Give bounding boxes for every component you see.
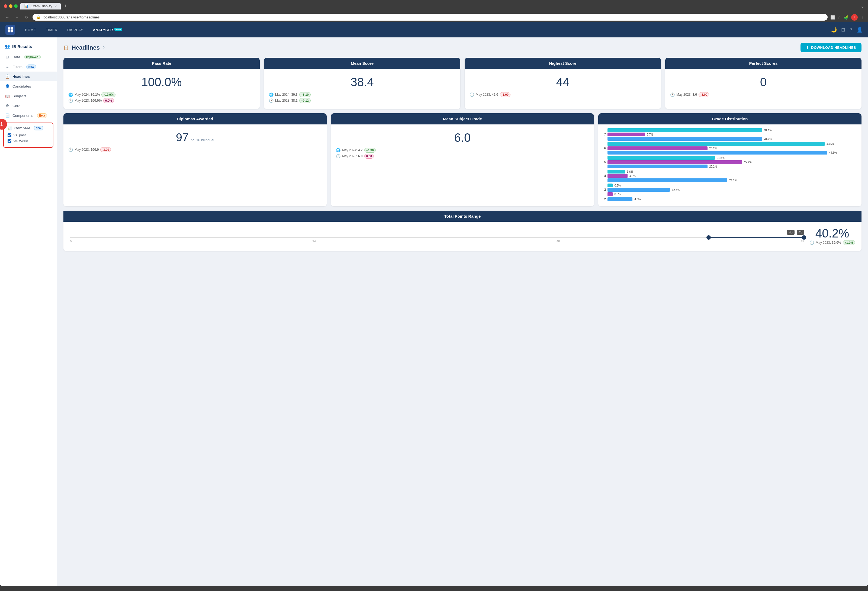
account-icon[interactable]: 👤 xyxy=(857,27,862,33)
close-dot[interactable] xyxy=(4,4,7,8)
tab-close-button[interactable]: ✕ xyxy=(54,4,57,8)
analyser-badge: New xyxy=(114,28,122,31)
sidebar-item-core[interactable]: ⚙ Core xyxy=(0,101,57,111)
bar-label: 0.5% xyxy=(614,184,621,187)
svg-rect-0 xyxy=(8,27,10,30)
highest-score-header: Highest Score xyxy=(465,58,661,69)
bar-purple-wrap: 7.7% xyxy=(608,133,857,136)
page-title-row: 📋 Headlines ? xyxy=(63,44,105,51)
grade-row-4: 4 3.6% 4.0% xyxy=(602,170,857,182)
grade-3-label: 3 xyxy=(602,188,606,192)
data-badge: Improved xyxy=(24,55,41,59)
theme-icon[interactable]: 🌙 xyxy=(831,27,837,33)
compare-badge: New xyxy=(34,126,44,130)
back-button[interactable]: ← xyxy=(4,14,11,21)
grade-6-bars: 43.5% 20.2% 44.3% xyxy=(608,142,857,155)
vs-world-checkbox[interactable] xyxy=(7,139,11,143)
bar-label: 44.3% xyxy=(829,151,837,154)
bar-cyan-wrap: 0.5% xyxy=(608,183,857,187)
download-headlines-button[interactable]: ⬇ DOWNLOAD HEADLINES xyxy=(800,43,862,52)
comp-label: May 2023: 38.2 xyxy=(275,99,298,102)
nav-display[interactable]: DISPLAY xyxy=(63,26,87,34)
delta-badge: -3.00 xyxy=(698,92,709,97)
nav-right-icons: 🌙 ⊡ ? 👤 xyxy=(831,27,862,33)
compare-vs-past[interactable]: vs. past xyxy=(7,133,49,137)
user-avatar[interactable]: F xyxy=(851,14,858,21)
sidebar-item-candidates[interactable]: 👤 Candidates xyxy=(0,81,57,91)
bar-purple xyxy=(608,146,707,150)
app-body: 👥 IB Results ⊟ Data Improved ≡ Filters N… xyxy=(0,37,868,586)
nav-timer[interactable]: TIMER xyxy=(41,26,62,34)
menu-icon[interactable]: ⋮ xyxy=(861,15,864,19)
perfect-scores-body: 0 🕐 May 2023: 3.0 -3.00 xyxy=(665,69,862,103)
globe-icon: 🌐 xyxy=(269,92,273,97)
bar-label: 20.2% xyxy=(709,147,717,150)
compare-vs-world[interactable]: vs. World xyxy=(7,139,49,143)
diplomas-comp1: 🕐 May 2023: 100.0 -3.00 xyxy=(68,147,322,152)
comp-label: May 2024: 4.7 xyxy=(342,148,363,152)
bar-purple xyxy=(608,192,613,196)
perfect-scores-comp1: 🕐 May 2023: 3.0 -3.00 xyxy=(670,92,857,97)
total-points-card: Total Points Range 40 45 xyxy=(63,211,862,251)
total-points-header: Total Points Range xyxy=(63,211,862,222)
vs-past-checkbox[interactable] xyxy=(7,133,11,137)
reload-button[interactable]: ↻ xyxy=(23,14,30,21)
axis-24: 24 xyxy=(313,240,316,243)
grade-row-5: 5 21.5% 27.2% xyxy=(602,156,857,168)
compare-header: 📊 Compare New xyxy=(7,126,49,130)
nav-analyser[interactable]: ANALYSERNew xyxy=(89,26,127,34)
delta-badge: 0.00 xyxy=(364,154,374,159)
delta-badge: +8.10 xyxy=(299,92,311,97)
active-tab[interactable]: 📊 Exam Display ✕ xyxy=(20,3,61,9)
cast-icon[interactable]: ⬜ xyxy=(830,15,835,19)
clock-icon: 🕐 xyxy=(809,241,814,245)
extension-icon[interactable]: 🧩 xyxy=(844,15,849,19)
mean-score-body: 38.4 🌐 May 2024: 30.3 +8.10 🕐 May 2023: … xyxy=(264,69,460,109)
sidebar-item-data[interactable]: ⊟ Data Improved xyxy=(0,52,57,62)
bookmark-icon[interactable]: ☆ xyxy=(838,15,841,19)
vs-world-label: vs. World xyxy=(13,139,28,143)
delta-badge: -1.00 xyxy=(500,92,511,97)
bar-cyan-wrap: 21.5% xyxy=(608,156,857,160)
mean-subject-grade-body: 6.0 🌐 May 2024: 4.7 +1.30 🕐 May 2023: 6.… xyxy=(331,124,594,164)
sidebar-item-subjects[interactable]: 📖 Subjects xyxy=(0,91,57,101)
pass-rate-header: Pass Rate xyxy=(63,58,260,69)
delta-badge: -3.00 xyxy=(100,147,111,152)
window-controls xyxy=(4,4,18,8)
nav-home[interactable]: HOME xyxy=(21,26,40,34)
help-icon[interactable]: ? xyxy=(850,27,852,33)
grade-6-label: 6 xyxy=(602,146,606,150)
sidebar-item-filters[interactable]: ≡ Filters New xyxy=(0,62,57,72)
help-question-icon[interactable]: ? xyxy=(102,45,105,50)
delta-badge: +0.12 xyxy=(299,98,311,103)
address-box[interactable]: 🔒 localhost:3003/analyser/ib/headlines xyxy=(32,14,828,21)
bar-purple-wrap: 0.5% xyxy=(608,192,857,196)
comp-label: May 2023: 3.0 xyxy=(676,93,697,96)
compare-icon: 📊 xyxy=(7,126,12,130)
bar-purple xyxy=(608,160,742,164)
slider-thumb-left[interactable] xyxy=(706,235,711,240)
slider-thumb-right[interactable] xyxy=(802,235,806,240)
sidebar-item-headlines[interactable]: 📋 Headlines xyxy=(0,72,57,81)
sidebar-section-title: 👥 IB Results xyxy=(0,42,57,52)
mean-score-header: Mean Score xyxy=(264,58,460,69)
bar-blue xyxy=(608,164,707,168)
forward-button[interactable]: → xyxy=(13,14,21,21)
minimize-dot[interactable] xyxy=(9,4,12,8)
pass-rate-body: 100.0% 🌐 May 2024: 80.1% +19.9% 🕐 May 20… xyxy=(63,69,260,109)
comp-label: May 2023: 100.0% xyxy=(75,99,102,102)
bar-purple xyxy=(608,133,645,136)
screen-icon[interactable]: ⊡ xyxy=(841,27,845,33)
slider-area: 40 45 0 24 40 xyxy=(70,230,804,243)
maximize-dot[interactable] xyxy=(14,4,18,8)
pass-rate-comp1: 🌐 May 2024: 80.1% +19.9% xyxy=(68,92,255,97)
sidebar-item-components[interactable]: 📄 Components Beta xyxy=(0,111,57,120)
slider-track[interactable] xyxy=(70,237,804,238)
grade-7-label: 7 xyxy=(602,133,606,136)
core-icon: ⚙ xyxy=(5,103,10,108)
svg-rect-1 xyxy=(10,27,13,30)
main-content: 📋 Headlines ? ⬇ DOWNLOAD HEADLINES Pass … xyxy=(57,37,868,586)
new-tab-button[interactable]: + xyxy=(62,3,69,9)
axis-45: 45 xyxy=(801,240,804,243)
bar-blue-wrap: 44.3% xyxy=(608,151,857,155)
